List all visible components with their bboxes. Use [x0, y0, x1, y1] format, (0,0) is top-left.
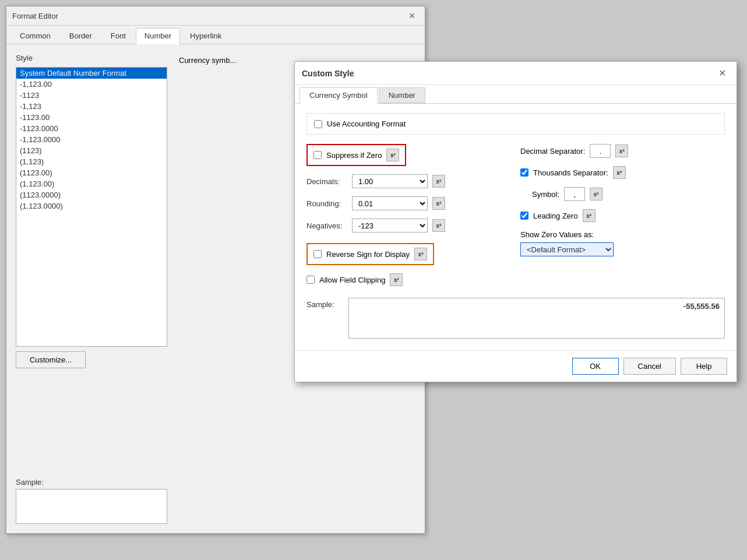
format-editor-tabs: Common Border Font Number Hyperlink — [6, 26, 425, 44]
rounding-label: Rounding: — [306, 199, 347, 208]
negatives-formula-button[interactable]: x² — [432, 219, 445, 232]
tab-border[interactable]: Border — [61, 28, 101, 44]
zero-format-dropdown[interactable]: <Default Format> — [520, 242, 614, 256]
thousands-separator-label: Thousands Separator: — [533, 168, 608, 177]
customize-button[interactable]: Customize... — [16, 351, 86, 368]
style-item-5[interactable]: -1123.0000 — [16, 123, 167, 134]
format-editor-title: Format Editor — [12, 12, 58, 20]
sample-area: Sample: -55,555.56 — [306, 298, 725, 339]
tab-font[interactable]: Font — [102, 28, 135, 44]
suppress-if-zero-label: Suppress if Zero — [326, 151, 382, 160]
main-grid: Suppress if Zero x² Decimals: 1.00 0 0.0… — [306, 144, 725, 286]
symbol-label: Symbol: — [532, 190, 559, 199]
sample-value: -55,555.56 — [683, 302, 720, 311]
show-zero-values-row: Show Zero Values as: <Default Format> — [520, 230, 725, 256]
decimals-label: Decimals: — [306, 177, 347, 186]
leading-zero-checkbox[interactable] — [520, 212, 528, 220]
reverse-sign-row: Reverse Sign for Display x² — [306, 243, 434, 265]
negatives-dropdown[interactable]: -123 (123) 123- — [352, 219, 428, 233]
format-editor-sample-label: Sample: — [16, 478, 167, 487]
thousands-separator-checkbox[interactable] — [520, 168, 528, 177]
custom-style-title: Custom Style — [302, 69, 354, 78]
reverse-sign-formula-button[interactable]: x² — [414, 248, 427, 260]
decimals-row: Decimals: 1.00 0 0.0 0.00 0.000 0.0000 x… — [306, 174, 511, 188]
rounding-row: Rounding: 0.01 0.1 1 0.001 x² — [306, 196, 511, 210]
use-accounting-label: Use Accounting Format — [327, 119, 406, 128]
custom-style-body: Use Accounting Format Suppress if Zero x… — [295, 104, 737, 348]
decimal-separator-label: Decimal Separator: — [520, 147, 585, 156]
format-editor-sample-box — [16, 489, 167, 524]
ok-button[interactable]: OK — [572, 358, 619, 375]
suppress-formula-button[interactable]: x² — [386, 149, 399, 161]
dialog-buttons: OK Cancel Help — [295, 350, 737, 382]
allow-clipping-formula-button[interactable]: x² — [390, 273, 403, 286]
custom-style-titlebar: Custom Style ✕ — [295, 62, 737, 85]
negatives-row: Negatives: -123 (123) 123- x² — [306, 219, 511, 233]
style-item-12[interactable]: (1,123.0000) — [16, 200, 167, 212]
tab-currency-symbol[interactable]: Currency Symbol — [299, 87, 378, 104]
style-item-9[interactable]: (1123.00) — [16, 167, 167, 178]
custom-style-dialog: Custom Style ✕ Currency Symbol Number Us… — [294, 61, 737, 382]
style-item-6[interactable]: -1,123.0000 — [16, 134, 167, 145]
allow-clipping-row: Allow Field Clipping x² — [306, 273, 511, 286]
leading-zero-formula-button[interactable]: x² — [583, 209, 596, 222]
style-item-4[interactable]: -1123.00 — [16, 112, 167, 123]
reverse-sign-label: Reverse Sign for Display — [326, 250, 410, 259]
suppress-if-zero-row: Suppress if Zero x² — [306, 144, 406, 166]
format-editor-titlebar: Format Editor ✕ — [6, 6, 425, 26]
style-label: Style — [16, 54, 167, 62]
cancel-button[interactable]: Cancel — [623, 358, 676, 375]
style-listbox[interactable]: System Default Number Format -1,123.00 -… — [16, 67, 167, 347]
format-editor-close-button[interactable]: ✕ — [405, 10, 419, 22]
decimals-formula-button[interactable]: x² — [432, 175, 445, 188]
style-item-11[interactable]: (1123.0000) — [16, 189, 167, 200]
allow-clipping-checkbox[interactable] — [306, 276, 315, 284]
style-item-0[interactable]: System Default Number Format — [16, 68, 167, 79]
show-zero-label: Show Zero Values as: — [520, 230, 725, 239]
help-button[interactable]: Help — [681, 358, 727, 375]
thousands-separator-row: Thousands Separator: x² — [520, 166, 725, 179]
negatives-label: Negatives: — [306, 221, 347, 230]
reverse-sign-checkbox[interactable] — [313, 250, 322, 258]
accounting-row: Use Accounting Format — [306, 113, 725, 135]
rounding-formula-button[interactable]: x² — [432, 197, 445, 210]
right-column: Decimal Separator: x² Thousands Separato… — [520, 144, 725, 286]
decimal-sep-formula-button[interactable]: x² — [615, 145, 628, 157]
style-item-8[interactable]: (1,123) — [16, 156, 167, 167]
style-item-10[interactable]: (1,123.00) — [16, 178, 167, 189]
decimals-dropdown[interactable]: 1.00 0 0.0 0.00 0.000 0.0000 — [352, 174, 428, 188]
allow-clipping-label: Allow Field Clipping — [319, 276, 385, 284]
custom-style-close-button[interactable]: ✕ — [715, 66, 730, 80]
zero-dropdown-row: <Default Format> — [520, 242, 725, 256]
style-item-3[interactable]: -1,123 — [16, 101, 167, 112]
suppress-if-zero-checkbox[interactable] — [313, 151, 322, 159]
tab-number[interactable]: Number — [379, 87, 425, 103]
tab-common[interactable]: Common — [11, 28, 59, 44]
currency-symbol-label: Currency symb... — [179, 56, 236, 65]
symbol-row: Symbol: x² — [532, 187, 725, 201]
sample-label: Sample: — [306, 298, 341, 309]
style-item-1[interactable]: -1,123.00 — [16, 79, 167, 90]
tab-number[interactable]: Number — [136, 28, 180, 44]
leading-zero-label: Leading Zero — [533, 212, 578, 220]
use-accounting-checkbox[interactable] — [314, 120, 322, 128]
custom-style-tabs: Currency Symbol Number — [295, 85, 737, 104]
style-item-2[interactable]: -1123 — [16, 90, 167, 101]
sample-value-box: -55,555.56 — [348, 298, 725, 339]
leading-zero-row: Leading Zero x² — [520, 209, 725, 222]
decimal-separator-row: Decimal Separator: x² — [520, 144, 725, 158]
left-column: Suppress if Zero x² Decimals: 1.00 0 0.0… — [306, 144, 511, 286]
rounding-dropdown[interactable]: 0.01 0.1 1 0.001 — [352, 196, 428, 210]
decimal-separator-input[interactable] — [590, 144, 611, 158]
style-panel: Style System Default Number Format -1,12… — [16, 54, 167, 524]
style-item-7[interactable]: (1123) — [16, 145, 167, 156]
thousands-sep-formula-button[interactable]: x² — [613, 166, 626, 179]
symbol-input[interactable] — [564, 187, 585, 201]
tab-hyperlink[interactable]: Hyperlink — [181, 28, 230, 44]
symbol-formula-button[interactable]: x² — [590, 188, 602, 200]
